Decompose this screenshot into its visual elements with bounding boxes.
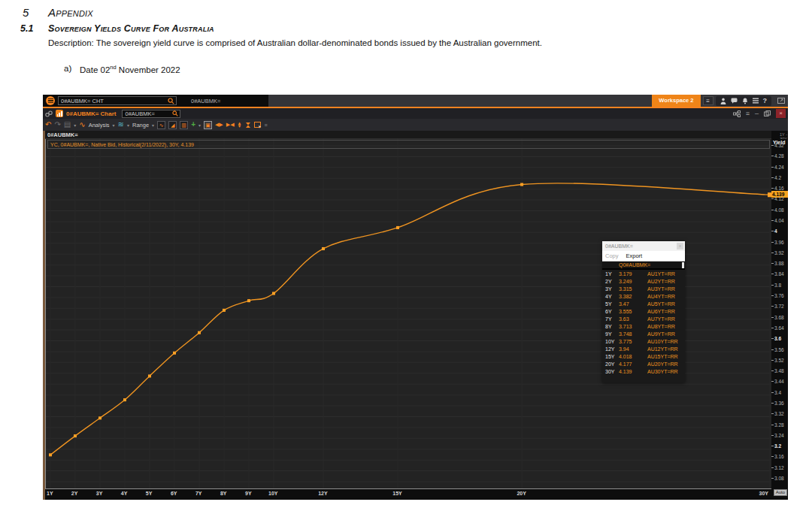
selected-tool-icon[interactable]: ▣ (204, 121, 212, 129)
redo-icon[interactable]: ↷ (54, 121, 60, 128)
user-icon[interactable] (720, 98, 726, 104)
popup-cell-ric: AU20YT=RR (647, 361, 685, 367)
popup-table-row[interactable]: 30Y4.139AU30YT=RR (602, 367, 685, 375)
chat-icon[interactable] (731, 98, 738, 104)
panel-menu-icon[interactable]: ≡ (746, 110, 750, 117)
search-icon[interactable] (168, 98, 174, 104)
y-tick-label: 3.48 (771, 368, 784, 373)
popup-cell-val: 3.775 (619, 339, 647, 344)
y-tick-label: 3.16 (771, 454, 784, 459)
popup-header[interactable]: 0#AUBMK= x (602, 241, 685, 251)
y-tick-label: 4.08 (771, 207, 784, 213)
chart-tab-bar: 0#AUBMK= Chart ≡ – × (43, 108, 788, 119)
range-button[interactable]: Range (132, 122, 149, 128)
popup-cell-val: 4.177 (619, 361, 647, 367)
workspace-tab[interactable]: Workspace 2 (652, 95, 700, 107)
y-tick-label: 3.88 (771, 261, 784, 266)
hourglass-icon[interactable] (245, 122, 251, 128)
open-window-icon[interactable] (777, 98, 785, 104)
layers-icon[interactable]: ≋ (118, 121, 124, 128)
plot-area[interactable]: YC, 0#AUBMK=, Native Bid, Historical(2/1… (45, 139, 771, 489)
y-tick-label: 3.64 (771, 325, 784, 331)
auto-scale-button[interactable]: Auto (774, 489, 787, 496)
popup-cell-val: 3.555 (619, 309, 647, 314)
series-legend[interactable]: YC, 0#AUBMK=, Native Bid, Historical(2/1… (47, 140, 770, 149)
export-menu-item[interactable]: Export (626, 252, 643, 259)
candle-chart-type-icon[interactable]: ▥ (180, 121, 188, 129)
x-tick-label: 12Y (318, 491, 327, 496)
copy-menu-item[interactable]: Copy (605, 252, 619, 259)
x-tick-label: 10Y (268, 491, 277, 496)
popup-menu: Copy Export (602, 251, 685, 262)
popup-table-row[interactable]: 3Y3.315AU3YT=RR (602, 285, 685, 292)
y-tick-label: 4.2 (771, 175, 781, 180)
top-bar-search-zone: 0#AUBMK= (43, 95, 268, 107)
x-tick-label: 1Y (47, 491, 53, 496)
popup-table-row[interactable]: 12Y3.94AU12YT=RR (602, 345, 685, 352)
range-dropdown-icon[interactable]: ▾ (152, 122, 154, 128)
y-tick-label: 3.52 (771, 358, 784, 363)
y-tick-label: 3.28 (771, 422, 784, 428)
popup-cell-tenor: 30Y (602, 369, 619, 374)
analysis-button[interactable]: Analysis (89, 122, 110, 128)
area-chart-type-icon[interactable]: ◢ (168, 121, 177, 129)
popup-cell-val: 3.94 (619, 346, 647, 352)
workspace-menu-icon[interactable]: ≡ (703, 96, 714, 105)
y-tick-label: 3.72 (771, 304, 784, 309)
list-item-label: a) (64, 64, 71, 73)
date-prefix: Date 02 (80, 65, 110, 74)
popup-cell-val: 3.47 (619, 301, 647, 307)
popup-table-row[interactable]: 4Y3.382AU4YT=RR (602, 292, 685, 300)
y-tick-label: 3.76 (771, 293, 784, 298)
bell-icon[interactable] (742, 98, 748, 104)
apps-grid-icon[interactable] (753, 98, 759, 104)
popup-scroll-handle[interactable] (682, 262, 684, 268)
folder-dropdown-icon[interactable]: ▾ (74, 122, 76, 128)
minimize-icon[interactable]: – (755, 110, 759, 117)
global-search-input[interactable] (58, 96, 177, 105)
popup-table-row[interactable]: 2Y3.249AU2YT=RR (602, 277, 685, 285)
popup-table-row[interactable]: 8Y3.713AU8YT=RR (602, 322, 685, 330)
popup-table-row[interactable]: 20Y4.177AU20YT=RR (602, 360, 685, 367)
layout-tree-icon[interactable] (733, 110, 741, 117)
search-icon[interactable] (172, 110, 178, 116)
crosshair-icon[interactable]: + (191, 121, 195, 128)
popup-cell-val: 3.713 (619, 324, 647, 329)
folder-icon[interactable]: ▤ (64, 121, 71, 128)
popup-cell-ric: AU30YT=RR (647, 369, 685, 374)
popup-cell-ric: AU6YT=RR (647, 309, 685, 314)
popout-icon[interactable] (764, 110, 771, 116)
y-axis[interactable]: Yield 4.139 4.324.284.244.24.164.124.084… (771, 139, 788, 489)
popup-close-icon[interactable]: x (677, 243, 683, 249)
popup-table-row[interactable]: 1Y3.179AU1YT=RR (602, 270, 685, 277)
y-tick-label: 3.68 (771, 315, 784, 320)
popup-table-row[interactable]: 6Y3.555AU6YT=RR (602, 307, 685, 315)
popup-cell-ric: AU1YT=RR (647, 271, 685, 277)
link-icon[interactable] (45, 110, 53, 117)
chart-tab-title[interactable]: 0#AUBMK= Chart (66, 110, 116, 117)
x-axis[interactable]: 1Y2Y3Y4Y5Y6Y7Y8Y9Y10Y12Y15Y20Y30Y (45, 489, 771, 500)
compress-horizontal-icon[interactable]: ▶◀ (226, 121, 235, 128)
expand-vertical-icon[interactable]: ▲▼ (238, 122, 242, 128)
pan-horizontal-icon[interactable]: ◀▶ (215, 121, 223, 128)
help-icon[interactable]: ? (763, 97, 768, 104)
line-chart-type-icon[interactable]: ∿ (157, 121, 165, 129)
crosshair-dropdown-icon[interactable]: ▾ (198, 122, 201, 128)
y-tick-label: 3.92 (771, 250, 784, 255)
app-menu-icon[interactable] (46, 96, 55, 105)
close-icon[interactable]: × (776, 109, 786, 118)
popup-table-row[interactable]: 15Y4.018AU15YT=RR (602, 352, 685, 360)
layers-dropdown-icon[interactable]: ▾ (127, 122, 129, 128)
zoom-region-icon[interactable] (254, 122, 262, 128)
undo-icon[interactable]: ↶ (45, 121, 51, 128)
popup-table-row[interactable]: 9Y3.748AU9YT=RR (602, 330, 685, 337)
toolbar-more-icon[interactable]: ≡ (265, 122, 268, 128)
popup-table-row[interactable]: 5Y3.47AU5YT=RR (602, 300, 685, 307)
popup-table-row[interactable]: 10Y3.775AU10YT=RR (602, 337, 685, 345)
chart-region: 0#AUBMK= 1Y - 30Y YC, 0#AUBMK=, Native B… (43, 131, 788, 500)
axis-corner: Auto (771, 489, 788, 500)
popup-table-row[interactable]: 7Y3.63AU7YT=RR (602, 315, 685, 322)
analysis-dropdown-icon[interactable]: ▾ (113, 122, 115, 128)
y-tick-label: 3.32 (771, 411, 784, 416)
section-number: 5 (23, 6, 29, 19)
